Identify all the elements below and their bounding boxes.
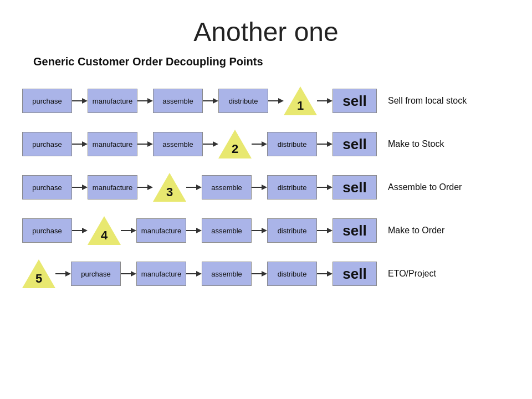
svg-marker-9 (327, 98, 332, 104)
svg-marker-3 (147, 98, 153, 104)
arrow-2d (252, 132, 267, 156)
arrow-5a (55, 262, 71, 286)
arrow-2b (137, 132, 153, 156)
svg-marker-5 (213, 98, 218, 104)
box-manufacture-4: manufacture (136, 218, 186, 243)
box-manufacture-2: manufacture (88, 132, 137, 156)
arrow-4a (72, 218, 88, 243)
box-purchase-5: purchase (71, 262, 121, 286)
page-title: Another one (0, 0, 532, 55)
arrow-3d (252, 175, 267, 200)
arrow-4c (186, 218, 202, 243)
svg-marker-17 (262, 141, 267, 147)
arrow-1b (137, 89, 153, 113)
sell-box-5: sell (332, 262, 377, 286)
sell-box-1: sell (332, 89, 377, 113)
subtitle: Generic Customer Order Decoupling Points (33, 55, 532, 68)
arrow-3a (72, 175, 88, 200)
arrow-2e (317, 132, 332, 156)
box-manufacture-5: manufacture (136, 262, 186, 286)
sell-box-3: sell (332, 175, 377, 200)
box-purchase-1: purchase (22, 89, 72, 113)
arrow-1c (203, 89, 218, 113)
triangle-2: 2 (218, 129, 252, 160)
svg-marker-29 (327, 185, 332, 190)
row-4: purchase 4 manufacture assemble distribu… (22, 212, 532, 249)
box-purchase-4: purchase (22, 218, 72, 243)
svg-marker-35 (196, 228, 202, 233)
arrow-4d (252, 218, 267, 243)
box-manufacture-1: manufacture (88, 89, 137, 113)
svg-marker-13 (147, 141, 153, 147)
triangle-4: 4 (88, 215, 121, 246)
box-purchase-2: purchase (22, 132, 72, 156)
diagram-area: purchase manufacture assemble distribute… (22, 82, 532, 293)
row-label-5: ETO/Project (388, 269, 436, 279)
box-manufacture-3: manufacture (88, 175, 137, 200)
row-2: purchase manufacture assemble 2 distribu… (22, 125, 532, 163)
box-assemble-2: assemble (153, 132, 203, 156)
arrow-1e (317, 89, 332, 113)
svg-marker-31 (82, 228, 88, 233)
svg-marker-11 (82, 141, 88, 147)
box-distribute-2: distribute (267, 132, 317, 156)
triangle-3: 3 (153, 172, 186, 203)
triangle-5: 5 (22, 258, 55, 289)
arrow-3b (137, 175, 153, 200)
svg-marker-33 (131, 228, 136, 233)
arrow-5b (121, 262, 136, 286)
arrow-1a (72, 89, 88, 113)
row-label-4: Make to Order (388, 226, 444, 236)
box-distribute-1: distribute (218, 89, 268, 113)
box-distribute-5: distribute (267, 262, 317, 286)
svg-marker-37 (262, 228, 267, 233)
arrow-1d (268, 89, 284, 113)
arrow-5d (252, 262, 267, 286)
svg-marker-19 (327, 141, 332, 147)
box-assemble-1: assemble (153, 89, 203, 113)
svg-marker-43 (131, 271, 136, 277)
svg-marker-7 (278, 98, 284, 104)
row-label-1: Sell from local stock (388, 96, 467, 106)
svg-marker-23 (147, 185, 153, 190)
svg-marker-1 (82, 98, 88, 104)
arrow-3e (317, 175, 332, 200)
arrow-2a (72, 132, 88, 156)
row-label-2: Make to Stock (388, 139, 444, 149)
sell-box-4: sell (332, 218, 377, 243)
row-3: purchase manufacture 3 assemble distribu… (22, 168, 532, 206)
svg-marker-45 (196, 271, 202, 277)
box-assemble-4: assemble (202, 218, 252, 243)
box-purchase-3: purchase (22, 175, 72, 200)
row-label-3: Assemble to Order (388, 182, 462, 192)
box-assemble-3: assemble (202, 175, 252, 200)
triangle-1: 1 (284, 85, 317, 116)
svg-marker-21 (82, 185, 88, 190)
arrow-3c (186, 175, 202, 200)
svg-marker-47 (262, 271, 267, 277)
arrow-4e (317, 218, 332, 243)
svg-marker-27 (262, 185, 267, 190)
box-distribute-3: distribute (267, 175, 317, 200)
svg-marker-41 (65, 271, 71, 277)
sell-box-2: sell (332, 132, 377, 156)
svg-marker-15 (213, 141, 218, 147)
arrow-5c (186, 262, 202, 286)
row-5: 5 purchase manufacture assemble distribu… (22, 255, 532, 293)
box-assemble-5: assemble (202, 262, 252, 286)
row-1: purchase manufacture assemble distribute… (22, 82, 532, 120)
svg-marker-25 (196, 185, 202, 190)
arrow-2c (203, 132, 218, 156)
svg-marker-49 (327, 271, 332, 277)
box-distribute-4: distribute (267, 218, 317, 243)
arrow-5e (317, 262, 332, 286)
arrow-4b (121, 218, 136, 243)
svg-marker-39 (327, 228, 332, 233)
